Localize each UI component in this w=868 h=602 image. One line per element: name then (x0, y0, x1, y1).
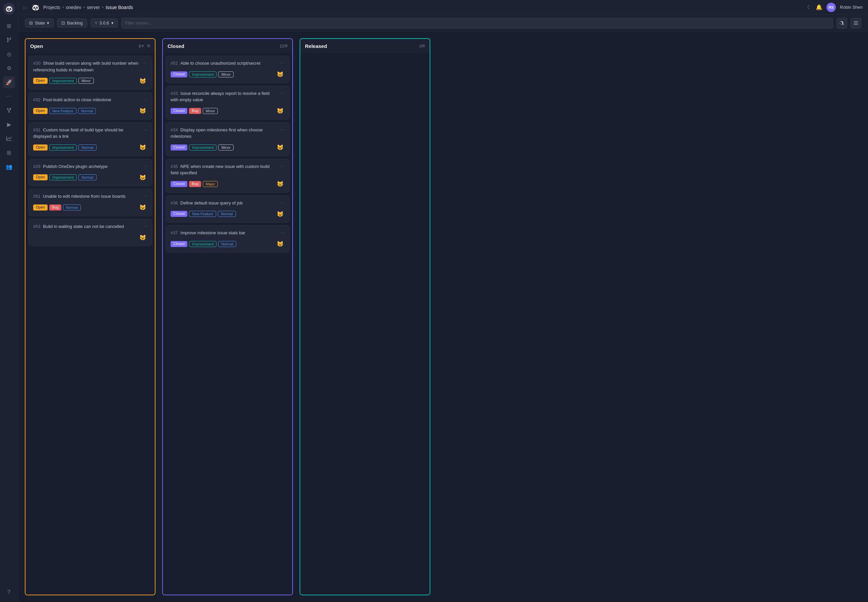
card-32[interactable]: #32 Post-build action to close milestone… (28, 92, 152, 120)
tag-improvement[interactable]: Improvement (49, 144, 77, 150)
card-53[interactable]: #53 Build in waiting state can not be ca… (28, 219, 152, 246)
tag-normal[interactable]: Normal (63, 204, 81, 210)
tag-bug[interactable]: Bug (189, 108, 201, 114)
version-icon: ⑂ (95, 20, 98, 26)
tag-normal[interactable]: Normal (78, 174, 96, 180)
sidebar-item-branches[interactable] (3, 34, 15, 46)
issue-number-53: #53 (33, 224, 41, 229)
card-menu-30[interactable]: ··· (143, 60, 147, 65)
user-name[interactable]: Robin Shen (840, 5, 863, 10)
search-button[interactable] (836, 18, 847, 29)
sidebar-item-settings[interactable]: ⚙ (3, 62, 15, 74)
column-menu-button-open[interactable]: ≡ (147, 43, 150, 49)
column-actions-released: ≡ (422, 43, 425, 49)
card-menu-34[interactable]: ··· (281, 127, 285, 132)
card-avatar-35: 😺 (276, 180, 285, 188)
card-30[interactable]: #30 Show build version along with build … (28, 56, 152, 89)
sidebar-item-dashboard[interactable]: ⊞ (3, 20, 15, 32)
card-29[interactable]: #29 Publish OneDev plugin archetype···Op… (28, 159, 152, 186)
column-menu-button-closed[interactable]: ≡ (285, 43, 288, 49)
notification-icon[interactable]: 🔔 (816, 4, 822, 11)
sidebar-item-git[interactable] (3, 104, 15, 116)
tag-normal[interactable]: Normal (78, 144, 96, 150)
tag-minor[interactable]: Minor (78, 78, 94, 84)
state-filter-button[interactable]: ⊟ State ▾ (25, 18, 54, 28)
card-34[interactable]: #34 Display open milestones first when c… (166, 122, 290, 156)
card-36[interactable]: #36 Define default issue query of job···… (166, 195, 290, 223)
tag-open[interactable]: Open (33, 174, 48, 180)
version-label: 3.0.6 (100, 20, 109, 26)
tag-minor[interactable]: Minor (218, 71, 233, 77)
tag-improvement[interactable]: Improvement (189, 144, 216, 150)
card-37[interactable]: #37 Improve milestone issue stats bar···… (166, 225, 290, 253)
tag-normal[interactable]: Normal (218, 241, 236, 247)
sidebar-item-grid[interactable]: ⊞ (3, 146, 15, 158)
card-menu-53[interactable]: ··· (143, 223, 147, 229)
card-menu-31[interactable]: ··· (143, 127, 147, 132)
app-logo[interactable]: 🐼 (3, 3, 15, 15)
tag-improvement[interactable]: Improvement (189, 71, 216, 77)
breadcrumb-projects[interactable]: Projects (43, 5, 60, 10)
card-menu-35[interactable]: ··· (281, 163, 285, 169)
tag-new-feature[interactable]: New Feature (189, 211, 216, 217)
tag-minor[interactable]: Minor (203, 108, 218, 114)
sidebar-item-more[interactable]: ··· (3, 90, 15, 102)
sidebar-item-chart[interactable] (3, 132, 15, 144)
sidebar-item-build[interactable]: ▶ (3, 118, 15, 131)
card-menu-33[interactable]: ··· (281, 90, 285, 95)
tag-open[interactable]: Open (33, 78, 48, 84)
tag-improvement[interactable]: Improvement (49, 174, 77, 180)
tag-normal[interactable]: Normal (218, 211, 236, 217)
state-label: State (35, 20, 45, 26)
column-body-open: #30 Show build version along with build … (26, 53, 155, 594)
tag-bug[interactable]: Bug (189, 181, 201, 187)
card-menu-29[interactable]: ··· (143, 163, 147, 169)
tag-closed[interactable]: Closed (170, 241, 187, 247)
tag-improvement[interactable]: Improvement (49, 78, 77, 84)
breadcrumb-server[interactable]: server (87, 5, 100, 10)
user-avatar[interactable]: RS (827, 3, 836, 12)
tag-open[interactable]: Open (33, 144, 48, 150)
tag-closed[interactable]: Closed (170, 144, 187, 150)
tag-closed[interactable]: Closed (170, 108, 187, 114)
backlog-button[interactable]: ⊡ Backlog (57, 18, 87, 28)
sidebar-toggle-icon[interactable]: ▷ (23, 5, 27, 10)
sidebar-item-releases[interactable]: ◎ (3, 48, 15, 60)
moon-icon[interactable]: ☾ (807, 4, 812, 11)
card-header-34: #34 Display open milestones first when c… (170, 127, 285, 140)
tag-closed[interactable]: Closed (170, 71, 187, 77)
card-avatar-37: 😺 (276, 240, 285, 248)
card-menu-36[interactable]: ··· (281, 200, 285, 205)
column-actions-closed: ≡ (285, 43, 288, 49)
column-menu-button-released[interactable]: ≡ (422, 43, 425, 49)
tag-open[interactable]: Open (33, 204, 48, 210)
card-51[interactable]: #51 Unable to edit milestone from issue … (28, 189, 152, 216)
tag-minor[interactable]: Minor (218, 144, 233, 150)
tag-major[interactable]: Major (203, 181, 218, 187)
card-menu-37[interactable]: ··· (281, 230, 285, 235)
card-tags-32: OpenNew FeatureNormal (33, 108, 96, 114)
tag-closed[interactable]: Closed (170, 211, 187, 217)
card-33[interactable]: #33 Issue reconcile always report to res… (166, 86, 290, 120)
card-menu-52[interactable]: ··· (281, 60, 285, 65)
tag-normal[interactable]: Normal (78, 108, 96, 114)
tag-bug[interactable]: Bug (49, 204, 61, 210)
breadcrumb-onedev[interactable]: onedev (66, 5, 81, 10)
version-button[interactable]: ⑂ 3.0.6 ▾ (90, 18, 118, 28)
card-35[interactable]: #35 NPE when create new issue with custo… (166, 159, 290, 193)
tag-new-feature[interactable]: New Feature (49, 108, 77, 114)
tag-closed[interactable]: Closed (170, 181, 187, 187)
sidebar-item-help[interactable]: ? (3, 586, 15, 598)
card-31[interactable]: #31 Custom issue field of build type sho… (28, 122, 152, 156)
sidebar-item-team[interactable]: 👥 (3, 161, 15, 173)
card-title-36: #36 Define default issue query of job (170, 200, 278, 206)
card-52[interactable]: #52 Able to choose unauthorized script/s… (166, 56, 290, 83)
sidebar-item-rocket[interactable]: 🚀 (3, 76, 15, 88)
tag-open[interactable]: Open (33, 108, 48, 114)
add-card-button-open[interactable]: + (141, 43, 144, 49)
tag-improvement[interactable]: Improvement (189, 241, 216, 247)
card-menu-32[interactable]: ··· (143, 97, 147, 102)
menu-icon-button[interactable] (851, 18, 861, 29)
card-menu-51[interactable]: ··· (143, 193, 147, 198)
card-tags-35: ClosedBugMajor (170, 181, 218, 187)
